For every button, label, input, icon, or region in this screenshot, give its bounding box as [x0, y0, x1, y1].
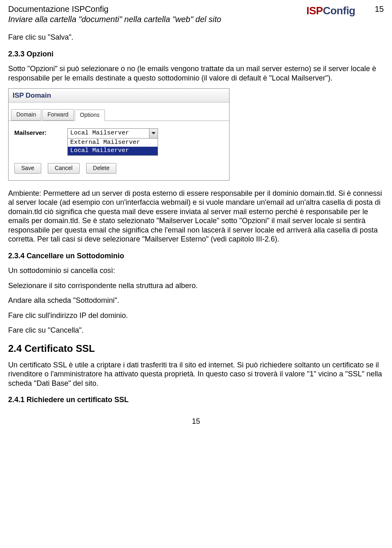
isp-domain-panel: ISP Domain Domain Forward Options Mailse…: [8, 88, 229, 181]
page-header: Documentazione ISPConfig Inviare alla ca…: [8, 4, 384, 25]
paragraph: Fare clic su "Salva".: [8, 33, 384, 42]
save-button[interactable]: Save: [14, 163, 41, 174]
paragraph: Fare clic sull'indirizzo IP del dominio.: [8, 311, 384, 320]
paragraph: Ambiente: Permettere ad un server di pos…: [8, 189, 384, 244]
combo-list: External Mailserver Local Mailserver: [68, 139, 158, 156]
delete-button[interactable]: Delete: [86, 163, 116, 174]
tab-forward[interactable]: Forward: [42, 109, 74, 121]
document-subtitle: Inviare alla cartella "documenti" nella …: [8, 14, 302, 25]
paragraph: Selezionare il sito corrispondente nella…: [8, 281, 384, 291]
paragraph: Fare clic su "Cancella".: [8, 326, 384, 335]
document-title: Documentazione ISPConfig: [8, 4, 302, 14]
heading-241-richiedere: 2.4.1 Richiedere un certificato SSL: [8, 395, 384, 405]
mailserver-select[interactable]: Local Mailserver External Mailserver Loc…: [67, 128, 158, 156]
combo-selected-value: Local Mailserver: [68, 129, 149, 138]
panel-title: ISP Domain: [9, 89, 229, 103]
header-left: Documentazione ISPConfig Inviare alla ca…: [8, 4, 302, 25]
logo-isp-text: ISP: [306, 4, 323, 18]
panel-tabs: Domain Forward Options: [9, 103, 229, 121]
tab-domain[interactable]: Domain: [11, 109, 41, 121]
paragraph: Un sottodominio si cancella così:: [8, 266, 384, 275]
page-number-top: 15: [359, 4, 384, 14]
svg-marker-0: [151, 132, 156, 134]
mailserver-field-row: Mailserver: Local Mailserver External Ma…: [14, 128, 223, 156]
screenshot-panel-area: ISP Domain Domain Forward Options Mailse…: [8, 88, 384, 181]
combo-option-external[interactable]: External Mailserver: [68, 139, 158, 147]
paragraph: Andare alla scheda "Sottodomini".: [8, 296, 384, 305]
cancel-button[interactable]: Cancel: [48, 163, 80, 174]
chevron-down-icon[interactable]: [149, 129, 158, 138]
logo: ISPConfig: [306, 4, 355, 18]
combo-head[interactable]: Local Mailserver: [68, 129, 158, 139]
paragraph: Un certificato SSL è utile a criptare i …: [8, 360, 384, 388]
mailserver-label: Mailserver:: [14, 128, 59, 137]
panel-buttons: Save Cancel Delete: [14, 163, 223, 174]
heading-234-cancellare: 2.3.4 Cancellare un Sottodominio: [8, 251, 384, 261]
combo-option-local[interactable]: Local Mailserver: [68, 147, 158, 155]
tab-options[interactable]: Options: [75, 110, 105, 121]
heading-24-certificato-ssl: 2.4 Certificato SSL: [8, 342, 384, 355]
header-logo: ISPConfig: [306, 4, 355, 18]
page-number-bottom: 15: [8, 417, 384, 426]
logo-config-text: Config: [323, 4, 355, 18]
heading-233-opzioni: 2.3.3 Opzioni: [8, 49, 384, 59]
paragraph: Sotto "Opzioni" si può selezionare o no …: [8, 64, 384, 83]
panel-body: Mailserver: Local Mailserver External Ma…: [9, 121, 229, 180]
